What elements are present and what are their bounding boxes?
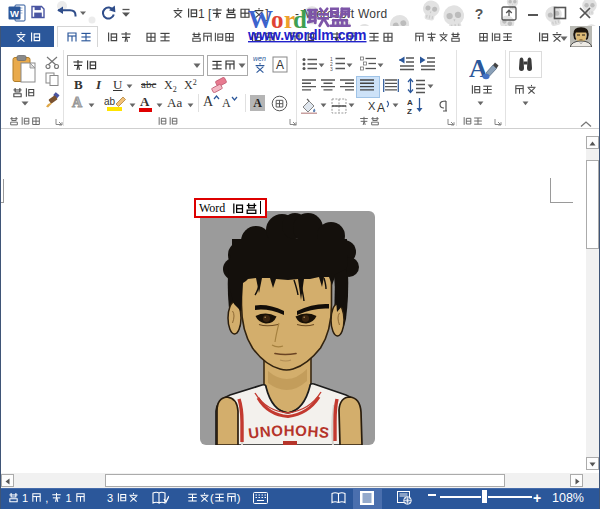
svg-text:A: A — [407, 98, 413, 107]
svg-text:A: A — [276, 58, 284, 72]
svg-text:Z: Z — [407, 107, 412, 114]
svg-text:A: A — [377, 101, 385, 114]
svg-text:3: 3 — [330, 66, 333, 71]
svg-text:W: W — [10, 8, 19, 19]
svg-text:X: X — [368, 100, 376, 112]
svg-text:www.wordlm.com: www.wordlm.com — [247, 27, 367, 43]
svg-text:ab: ab — [104, 96, 116, 107]
